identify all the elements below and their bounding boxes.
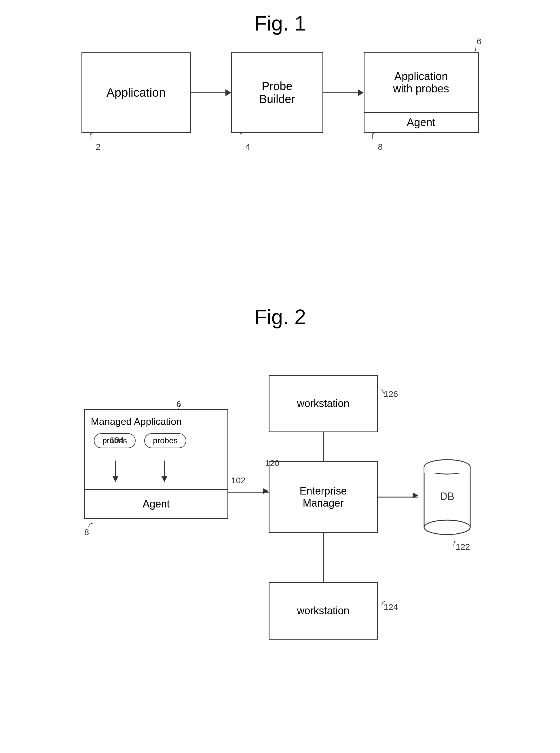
fig2-title: Fig. 2 <box>254 305 306 329</box>
page: Fig. 1 Application 2 Pro <box>0 0 560 753</box>
ref104-label: 104 <box>110 435 124 445</box>
probe-builder-box: Probe Builder <box>231 53 323 133</box>
svg-point-12 <box>424 520 470 534</box>
arrow1-head <box>225 89 231 96</box>
arrow2 <box>323 89 364 96</box>
ref120-label: 120 <box>265 458 280 468</box>
bracket-fig1-4 <box>240 133 251 142</box>
fig2-container: Fig. 2 6 <box>0 305 560 749</box>
svg-marker-9 <box>161 476 167 482</box>
enterprise-manager-label: Enterprise Manager <box>299 485 347 509</box>
probe-oval-2: probes <box>144 433 186 448</box>
inner-arrow2 <box>157 461 172 484</box>
app-with-probes-box: Application with probes Agent <box>364 53 479 133</box>
probes-row: probes probes <box>94 433 186 448</box>
agent-section-fig1: Agent <box>364 112 478 132</box>
enterprise-manager-box: Enterprise Manager <box>268 461 378 533</box>
bracket-ref126 <box>380 389 386 395</box>
db-cylinder-svg: DB <box>418 455 476 539</box>
bracket-fig1-2 <box>90 133 102 142</box>
application-wrapper: Application 2 <box>81 53 191 133</box>
managed-app-box: Managed Application probes probes <box>84 409 228 519</box>
workstation-bottom-label: workstation <box>297 605 349 617</box>
probe-builder-wrapper: Probe Builder 4 <box>231 53 323 133</box>
svg-text:DB: DB <box>440 490 454 502</box>
managed-app-title: Managed Application <box>91 416 182 427</box>
agent-label-fig1: Agent <box>407 116 435 129</box>
fig1-container: Fig. 1 Application 2 Pro <box>0 12 560 133</box>
svg-marker-4 <box>263 488 268 494</box>
fig1-title: Fig. 1 <box>254 12 306 35</box>
svg-marker-7 <box>113 476 118 482</box>
arrow2-line <box>323 93 358 93</box>
db-container: DB 122 <box>418 455 476 539</box>
fig2-diagram: 6 Managed Application probes probes <box>79 352 482 749</box>
bracket-ref122 <box>452 539 458 548</box>
inner-arrow1 <box>108 461 123 484</box>
arrow2-head <box>358 89 364 96</box>
probes-label2: probes <box>153 436 178 445</box>
fig1-diagram-row: Application 2 Probe Builder <box>81 53 479 133</box>
workstation-bottom-box: workstation <box>268 582 378 639</box>
ref102-label: 102 <box>231 475 246 485</box>
bracket-ref8-fig2 <box>87 522 96 530</box>
svg-rect-13 <box>424 467 470 473</box>
workstation-top-box: workstation <box>268 375 378 432</box>
app-with-probes-label: Application with probes <box>393 70 449 95</box>
ref8-label: 8 <box>378 142 383 152</box>
agent-label-fig2: Agent <box>142 498 169 510</box>
arrow1-line <box>191 93 225 93</box>
app-with-probes-top: Application with probes <box>364 53 478 112</box>
application-box: Application <box>81 53 191 133</box>
arrow1 <box>191 89 231 96</box>
probe-builder-label: Probe Builder <box>259 80 295 106</box>
app-with-probes-wrapper: 6 Application with probes Agent 8 <box>364 53 479 133</box>
ref4-label: 4 <box>246 142 251 152</box>
agent-section-fig2: Agent <box>85 489 227 518</box>
application-label: Application <box>106 86 165 100</box>
bracket-ref124 <box>380 600 386 606</box>
ref2-label: 2 <box>96 142 101 152</box>
svg-marker-5 <box>413 492 418 498</box>
bracket-fig1-8 <box>372 133 384 142</box>
workstation-top-label: workstation <box>297 398 349 410</box>
